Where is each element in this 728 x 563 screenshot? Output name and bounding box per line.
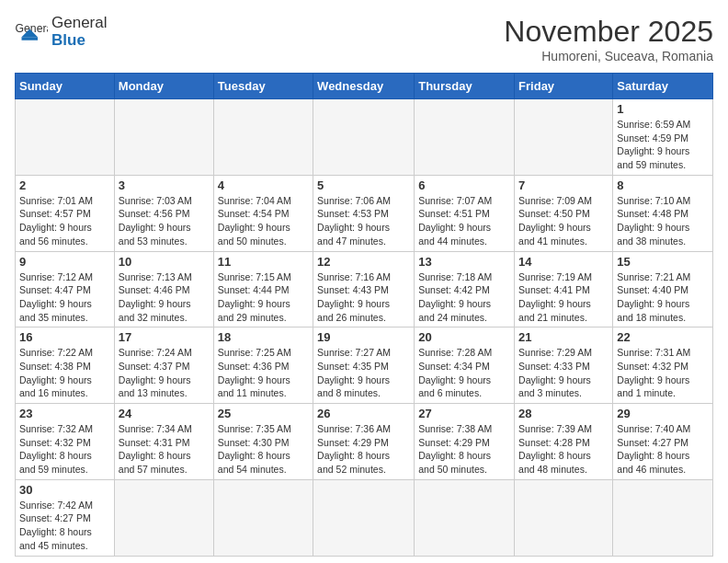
day-info: Sunrise: 7:22 AM Sunset: 4:38 PM Dayligh… xyxy=(19,346,110,400)
weekday-header-row: SundayMondayTuesdayWednesdayThursdayFrid… xyxy=(16,74,713,99)
day-number: 12 xyxy=(317,255,410,269)
day-number: 28 xyxy=(518,407,609,420)
day-info: Sunrise: 7:12 AM Sunset: 4:47 PM Dayligh… xyxy=(19,270,110,325)
day-number: 15 xyxy=(617,255,709,269)
weekday-header-thursday: Thursday xyxy=(415,74,515,99)
day-info: Sunrise: 7:25 AM Sunset: 4:36 PM Dayligh… xyxy=(218,346,309,400)
calendar-day-cell: 25Sunrise: 7:35 AM Sunset: 4:30 PM Dayli… xyxy=(213,404,313,480)
svg-rect-2 xyxy=(22,37,39,40)
logo-blue-text: Blue xyxy=(51,32,107,50)
day-info: Sunrise: 7:27 AM Sunset: 4:35 PM Dayligh… xyxy=(317,346,410,400)
day-number: 6 xyxy=(418,178,510,192)
calendar-day-cell xyxy=(415,99,515,176)
day-info: Sunrise: 7:18 AM Sunset: 4:42 PM Dayligh… xyxy=(418,270,510,325)
calendar-day-cell: 21Sunrise: 7:29 AM Sunset: 4:33 PM Dayli… xyxy=(515,327,613,404)
day-info: Sunrise: 7:15 AM Sunset: 4:44 PM Dayligh… xyxy=(218,270,309,325)
title-block: November 2025 Humoreni, Suceava, Romania xyxy=(504,15,713,63)
calendar-day-cell: 29Sunrise: 7:40 AM Sunset: 4:27 PM Dayli… xyxy=(613,404,713,480)
day-number: 16 xyxy=(19,330,110,344)
calendar-week-row: 9Sunrise: 7:12 AM Sunset: 4:47 PM Daylig… xyxy=(16,251,713,327)
month-title: November 2025 xyxy=(504,15,713,49)
calendar-day-cell xyxy=(114,479,213,556)
day-number: 10 xyxy=(119,255,210,269)
day-number: 2 xyxy=(19,178,110,192)
day-number: 1 xyxy=(617,102,709,116)
calendar-day-cell: 9Sunrise: 7:12 AM Sunset: 4:47 PM Daylig… xyxy=(16,251,115,327)
calendar-day-cell: 24Sunrise: 7:34 AM Sunset: 4:31 PM Dayli… xyxy=(114,404,213,480)
calendar-day-cell: 13Sunrise: 7:18 AM Sunset: 4:42 PM Dayli… xyxy=(415,251,515,327)
day-number: 26 xyxy=(317,407,410,420)
day-number: 8 xyxy=(617,178,709,192)
calendar-day-cell: 11Sunrise: 7:15 AM Sunset: 4:44 PM Dayli… xyxy=(213,251,313,327)
calendar-week-row: 30Sunrise: 7:42 AM Sunset: 4:27 PM Dayli… xyxy=(16,479,713,556)
calendar-day-cell: 3Sunrise: 7:03 AM Sunset: 4:56 PM Daylig… xyxy=(114,175,213,251)
day-info: Sunrise: 7:09 AM Sunset: 4:50 PM Dayligh… xyxy=(518,194,609,248)
day-number: 13 xyxy=(418,255,510,269)
logo: General General Blue xyxy=(15,15,107,49)
day-info: Sunrise: 7:01 AM Sunset: 4:57 PM Dayligh… xyxy=(19,194,110,248)
day-number: 21 xyxy=(518,330,609,344)
calendar-day-cell: 30Sunrise: 7:42 AM Sunset: 4:27 PM Dayli… xyxy=(16,479,115,556)
calendar-week-row: 2Sunrise: 7:01 AM Sunset: 4:57 PM Daylig… xyxy=(16,175,713,251)
calendar-week-row: 23Sunrise: 7:32 AM Sunset: 4:32 PM Dayli… xyxy=(16,404,713,480)
day-info: Sunrise: 7:19 AM Sunset: 4:41 PM Dayligh… xyxy=(518,270,609,325)
day-number: 7 xyxy=(518,178,609,192)
calendar-day-cell: 27Sunrise: 7:38 AM Sunset: 4:29 PM Dayli… xyxy=(415,404,515,480)
day-info: Sunrise: 7:35 AM Sunset: 4:30 PM Dayligh… xyxy=(218,422,309,477)
weekday-header-wednesday: Wednesday xyxy=(313,74,415,99)
day-number: 5 xyxy=(317,178,410,192)
location-text: Humoreni, Suceava, Romania xyxy=(504,49,713,63)
day-info: Sunrise: 7:39 AM Sunset: 4:28 PM Dayligh… xyxy=(518,422,609,477)
day-number: 25 xyxy=(218,407,309,420)
weekday-header-saturday: Saturday xyxy=(613,74,713,99)
calendar-day-cell: 19Sunrise: 7:27 AM Sunset: 4:35 PM Dayli… xyxy=(313,327,415,404)
day-info: Sunrise: 7:40 AM Sunset: 4:27 PM Dayligh… xyxy=(617,422,709,477)
logo-icon: General xyxy=(15,19,48,45)
calendar-week-row: 1Sunrise: 6:59 AM Sunset: 4:59 PM Daylig… xyxy=(16,99,713,176)
day-info: Sunrise: 7:06 AM Sunset: 4:53 PM Dayligh… xyxy=(317,194,410,248)
day-number: 19 xyxy=(317,330,410,344)
day-info: Sunrise: 7:38 AM Sunset: 4:29 PM Dayligh… xyxy=(418,422,510,477)
day-info: Sunrise: 7:04 AM Sunset: 4:54 PM Dayligh… xyxy=(218,194,309,248)
day-info: Sunrise: 7:13 AM Sunset: 4:46 PM Dayligh… xyxy=(119,270,210,325)
calendar-day-cell: 18Sunrise: 7:25 AM Sunset: 4:36 PM Dayli… xyxy=(213,327,313,404)
calendar-day-cell xyxy=(415,479,515,556)
day-number: 23 xyxy=(19,407,110,420)
calendar-day-cell xyxy=(114,99,213,176)
day-info: Sunrise: 7:31 AM Sunset: 4:32 PM Dayligh… xyxy=(617,346,709,400)
calendar-day-cell: 23Sunrise: 7:32 AM Sunset: 4:32 PM Dayli… xyxy=(16,404,115,480)
day-info: Sunrise: 7:07 AM Sunset: 4:51 PM Dayligh… xyxy=(418,194,510,248)
calendar-day-cell: 2Sunrise: 7:01 AM Sunset: 4:57 PM Daylig… xyxy=(16,175,115,251)
calendar-day-cell xyxy=(515,479,613,556)
page-header: General General Blue November 2025 Humor… xyxy=(15,15,713,63)
calendar-day-cell: 15Sunrise: 7:21 AM Sunset: 4:40 PM Dayli… xyxy=(613,251,713,327)
calendar-day-cell xyxy=(213,99,313,176)
calendar-table: SundayMondayTuesdayWednesdayThursdayFrid… xyxy=(15,73,713,557)
day-number: 24 xyxy=(119,407,210,420)
day-number: 3 xyxy=(119,178,210,192)
calendar-day-cell: 10Sunrise: 7:13 AM Sunset: 4:46 PM Dayli… xyxy=(114,251,213,327)
calendar-day-cell xyxy=(515,99,613,176)
calendar-day-cell: 5Sunrise: 7:06 AM Sunset: 4:53 PM Daylig… xyxy=(313,175,415,251)
calendar-day-cell: 4Sunrise: 7:04 AM Sunset: 4:54 PM Daylig… xyxy=(213,175,313,251)
calendar-day-cell: 8Sunrise: 7:10 AM Sunset: 4:48 PM Daylig… xyxy=(613,175,713,251)
day-number: 30 xyxy=(19,483,110,497)
day-info: Sunrise: 7:34 AM Sunset: 4:31 PM Dayligh… xyxy=(119,422,210,477)
calendar-day-cell: 16Sunrise: 7:22 AM Sunset: 4:38 PM Dayli… xyxy=(16,327,115,404)
calendar-day-cell: 7Sunrise: 7:09 AM Sunset: 4:50 PM Daylig… xyxy=(515,175,613,251)
day-number: 11 xyxy=(218,255,309,269)
day-info: Sunrise: 7:24 AM Sunset: 4:37 PM Dayligh… xyxy=(119,346,210,400)
calendar-day-cell: 14Sunrise: 7:19 AM Sunset: 4:41 PM Dayli… xyxy=(515,251,613,327)
day-number: 9 xyxy=(19,255,110,269)
weekday-header-monday: Monday xyxy=(114,74,213,99)
day-info: Sunrise: 7:03 AM Sunset: 4:56 PM Dayligh… xyxy=(119,194,210,248)
calendar-day-cell: 26Sunrise: 7:36 AM Sunset: 4:29 PM Dayli… xyxy=(313,404,415,480)
day-number: 18 xyxy=(218,330,309,344)
day-info: Sunrise: 7:36 AM Sunset: 4:29 PM Dayligh… xyxy=(317,422,410,477)
calendar-day-cell: 20Sunrise: 7:28 AM Sunset: 4:34 PM Dayli… xyxy=(415,327,515,404)
weekday-header-sunday: Sunday xyxy=(16,74,115,99)
calendar-day-cell: 1Sunrise: 6:59 AM Sunset: 4:59 PM Daylig… xyxy=(613,99,713,176)
logo-general-text: General xyxy=(51,15,107,32)
calendar-day-cell xyxy=(613,479,713,556)
day-number: 4 xyxy=(218,178,309,192)
